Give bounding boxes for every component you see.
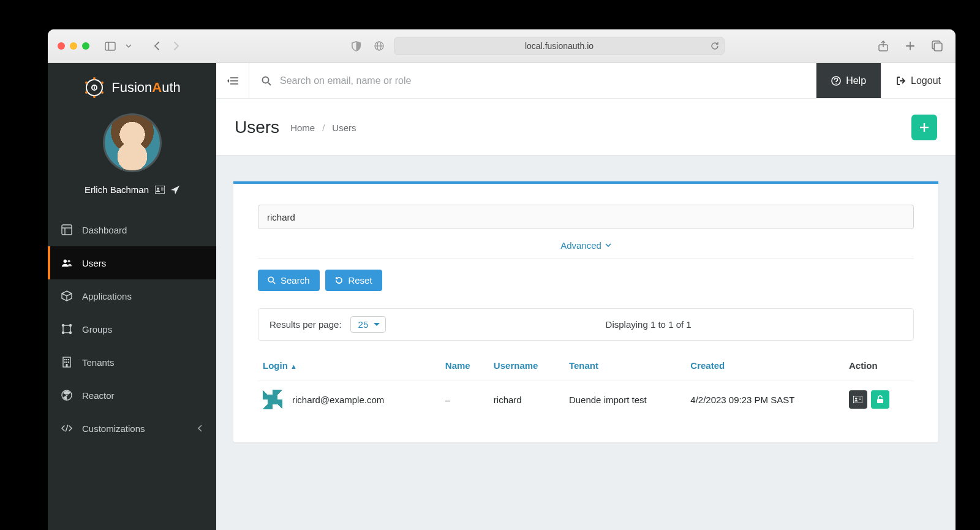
svg-point-45 [263,77,269,83]
svg-rect-38 [68,362,69,363]
site-settings-icon[interactable] [371,37,388,55]
svg-rect-37 [66,362,67,363]
sort-asc-icon: ▲ [290,363,297,370]
privacy-shield-icon[interactable] [347,37,364,55]
users-icon [61,257,72,268]
tabs-overview-icon[interactable] [929,37,946,55]
nav-item-reactor: Reactor [48,379,216,412]
window-close-button[interactable] [58,42,65,50]
window-minimize-button[interactable] [70,42,77,50]
address-bar[interactable]: local.fusionauth.io [394,37,725,55]
page-size-select[interactable]: 25 [350,316,386,333]
search-button[interactable]: Search [258,270,320,291]
help-button[interactable]: Help [816,63,881,98]
advanced-label: Advanced [560,240,601,251]
logo-icon [83,77,105,99]
nav-back-button[interactable] [148,37,165,55]
top-search-input[interactable] [280,75,804,86]
page-title: Users [235,118,279,137]
logo[interactable]: FusionAuth [48,63,216,110]
svg-point-13 [101,81,104,84]
svg-rect-39 [66,364,68,367]
svg-point-19 [157,187,159,190]
nav-item-customizations: Customizations [48,412,216,445]
breadcrumb-current: Users [332,123,356,133]
id-card-icon [853,396,862,403]
dashboard-icon [61,224,72,235]
chevron-down-icon [605,243,611,248]
help-label: Help [846,75,866,86]
window-maximize-button[interactable] [82,42,89,50]
pager-bar: Results per page: 25 Displaying 1 to 1 o… [258,308,914,341]
col-name[interactable]: Name [440,354,489,381]
traffic-lights [58,42,89,50]
svg-rect-36 [64,362,66,363]
profile-name: Erlich Bachman [85,184,149,195]
app-frame: FusionAuth Erlich Bachman [48,63,956,530]
nav-forward-button[interactable] [168,37,185,55]
profile-block: Erlich Bachman [48,110,216,208]
logout-label: Logout [911,75,941,86]
search-icon [262,76,271,86]
add-user-button[interactable] [911,115,937,140]
search-icon [268,276,276,284]
table-row: richard@example.com – richard Duende imp… [258,381,914,418]
svg-point-25 [64,260,67,263]
logo-text-uth: uth [162,80,181,95]
topbar: Help Logout [216,63,956,99]
col-login[interactable]: Login ▲ [258,354,440,381]
search-card: Advanced Search Reset [233,181,938,442]
logout-button[interactable]: Logout [881,63,956,98]
svg-point-31 [70,332,72,334]
sidebar-collapse-button[interactable] [216,63,249,98]
svg-rect-8 [934,43,942,51]
browser-window: local.fusionauth.io [48,29,956,530]
unlock-icon [876,395,884,404]
location-arrow-icon[interactable] [171,186,179,194]
svg-point-16 [85,91,88,94]
breadcrumb-home[interactable]: Home [290,123,315,133]
svg-point-29 [70,325,72,327]
logout-icon [896,76,906,86]
breadcrumb-sep: / [322,123,325,133]
nav-item-tenants: Tenants [48,346,216,379]
main: Help Logout Users Home / Users [216,63,956,530]
advanced-toggle[interactable]: Advanced [560,240,611,251]
svg-rect-33 [64,359,66,360]
address-bar-text: local.fusionauth.io [525,41,594,51]
svg-rect-22 [62,225,72,235]
cell-created: 4/2/2023 09:23 PM SAST [685,381,844,418]
cell-name: – [440,381,489,418]
chevron-left-icon [198,425,203,432]
nav-label: Dashboard [82,225,127,235]
row-actions [849,390,909,409]
svg-line-46 [268,83,271,85]
svg-point-54 [856,398,858,399]
reactor-icon [61,390,72,401]
cell-login[interactable]: richard@example.com [292,395,384,405]
safari-sidebar-menu-icon[interactable] [120,37,137,55]
content: Advanced Search Reset [216,156,956,530]
svg-rect-50 [920,127,929,128]
nav-label: Customizations [82,423,145,434]
col-created[interactable]: Created [685,354,844,381]
share-icon[interactable] [875,37,892,55]
nav-label: Tenants [82,357,115,368]
svg-rect-0 [105,42,115,50]
avatar[interactable] [103,113,162,172]
view-user-button[interactable] [849,390,867,409]
cube-icon [61,290,72,301]
col-tenant[interactable]: Tenant [564,354,685,381]
unlock-user-button[interactable] [871,390,889,409]
safari-sidebar-icon[interactable] [102,37,119,55]
user-search-input[interactable] [258,205,914,229]
reload-icon[interactable] [710,42,719,50]
new-tab-icon[interactable] [902,37,919,55]
reset-button-label: Reset [348,275,372,286]
reset-button[interactable]: Reset [325,270,382,291]
nav-label: Users [82,258,106,268]
col-username[interactable]: Username [489,354,564,381]
svg-point-14 [101,91,104,94]
breadcrumb: Home / Users [290,123,356,133]
id-card-icon[interactable] [155,186,165,194]
